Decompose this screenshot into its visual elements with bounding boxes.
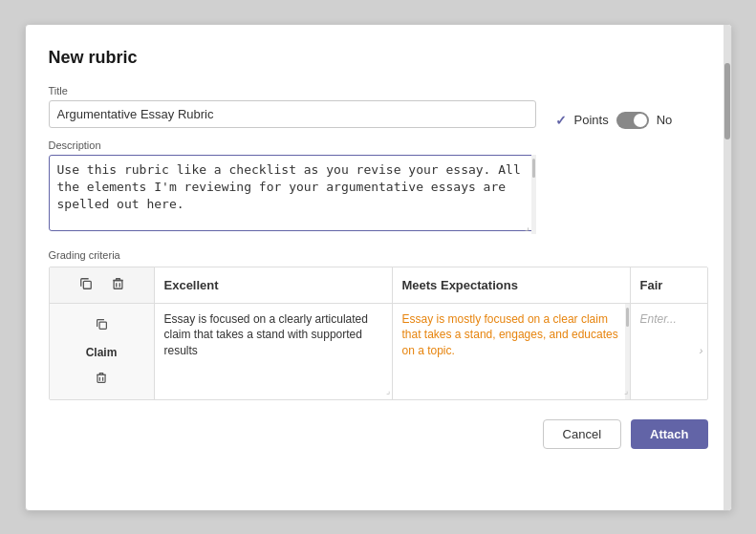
points-check-icon: ✓ (555, 113, 567, 128)
header-fair: Fair (631, 267, 707, 303)
title-label: Title (49, 85, 536, 96)
criteria-cell: Claim (50, 304, 155, 399)
rubric-table: Excellent Meets Expectations Fair (49, 267, 708, 400)
excellent-resize[interactable]: ⌟ (386, 385, 390, 397)
right-options: ✓ Points No (555, 85, 708, 129)
new-rubric-dialog: New rubric Title Description Use this ru… (25, 24, 732, 511)
excellent-text: Essay is focused on a clearly articulate… (164, 312, 368, 358)
meets-text: Essay is mostly focused on a clear claim… (402, 312, 618, 358)
description-textarea[interactable]: Use this rubric like a checklist as you … (49, 155, 536, 231)
left-form: Title Description Use this rubric like a… (49, 85, 536, 234)
header-excellent: Excellent (155, 267, 393, 303)
excellent-cell[interactable]: Essay is focused on a clearly articulate… (155, 304, 393, 399)
no-label: No (657, 113, 673, 127)
points-toggle[interactable] (616, 112, 649, 129)
footer: Cancel Attach (49, 419, 708, 449)
toggle-thumb (634, 114, 647, 127)
rubric-data-row: Claim Essay is focused on a clearly arti… (50, 304, 707, 399)
meets-resize[interactable]: ⌟ (624, 385, 628, 397)
claim-label: Claim (86, 345, 118, 361)
header-meets: Meets Expectations (393, 267, 631, 303)
description-wrap: Use this rubric like a checklist as you … (49, 155, 536, 234)
svg-rect-4 (99, 322, 106, 329)
svg-rect-5 (97, 374, 105, 382)
rubric-header-row: Excellent Meets Expectations Fair (50, 267, 707, 304)
cancel-button[interactable]: Cancel (543, 419, 621, 449)
dialog-scrollbar[interactable] (724, 25, 731, 510)
title-input[interactable] (49, 100, 536, 128)
svg-rect-0 (83, 281, 91, 288)
description-resize[interactable]: ⌟ (525, 223, 534, 232)
top-section: Title Description Use this rubric like a… (49, 85, 708, 234)
meets-cell[interactable]: Essay is mostly focused on a clear claim… (393, 304, 631, 399)
delete-icon-header[interactable] (110, 275, 126, 295)
attach-button[interactable]: Attach (631, 419, 707, 449)
copy-icon-header[interactable] (77, 275, 95, 295)
description-label: Description (49, 139, 536, 151)
criteria-delete-icon[interactable] (96, 371, 107, 390)
criteria-copy-icon[interactable] (96, 317, 108, 336)
fair-cell[interactable]: Enter... › (631, 304, 707, 399)
grading-section: Grading criteria (49, 249, 708, 400)
grading-label: Grading criteria (49, 249, 708, 261)
fair-text: Enter... (640, 312, 677, 326)
dialog-title: New rubric (49, 48, 708, 68)
header-actions-cell (50, 267, 155, 303)
svg-rect-1 (114, 280, 122, 288)
fair-chevron[interactable]: › (700, 344, 703, 358)
points-label: Points (574, 113, 609, 127)
